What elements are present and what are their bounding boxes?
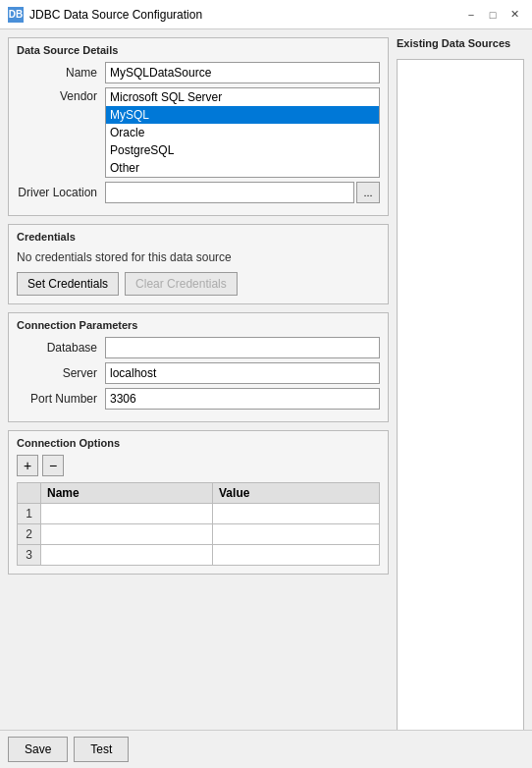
- row-3-value[interactable]: [213, 545, 380, 566]
- vendor-row: Vendor Microsoft SQL Server MySQL Oracle…: [17, 87, 380, 178]
- credentials-buttons: Set Credentials Clear Credentials: [17, 272, 380, 296]
- port-row: Port Number: [17, 388, 380, 410]
- connection-params-title: Connection Parameters: [17, 319, 380, 331]
- row-1-name[interactable]: [41, 504, 213, 524]
- left-panel: Data Source Details Name Vendor Microsof…: [8, 37, 389, 760]
- app-icon: DB: [8, 7, 24, 23]
- connection-options-section: Connection Options + − Name Value: [8, 430, 389, 575]
- driver-location-input[interactable]: [105, 182, 354, 203]
- database-input[interactable]: [105, 337, 380, 358]
- right-panel: Existing Data Sources Delete: [397, 37, 524, 760]
- remove-option-button[interactable]: −: [42, 455, 64, 476]
- save-button[interactable]: Save: [8, 737, 68, 762]
- database-label: Database: [17, 341, 105, 355]
- server-row: Server: [17, 362, 380, 384]
- vendor-label: Vendor: [17, 87, 105, 103]
- vendor-option-oracle[interactable]: Oracle: [106, 124, 379, 141]
- port-label: Port Number: [17, 392, 105, 406]
- table-row: 1: [18, 504, 380, 524]
- bottom-bar: Save Test: [0, 730, 532, 768]
- close-button[interactable]: ✕: [505, 5, 524, 25]
- title-bar: DB JDBC Data Source Configuration − □ ✕: [0, 0, 532, 29]
- main-wrapper: Data Source Details Name Vendor Microsof…: [0, 29, 532, 768]
- table-row: 2: [18, 524, 380, 545]
- options-col-name: Name: [41, 483, 213, 504]
- maximize-button[interactable]: □: [483, 5, 503, 25]
- set-credentials-button[interactable]: Set Credentials: [17, 272, 119, 296]
- driver-input-group: ...: [105, 182, 380, 203]
- connection-params-section: Connection Parameters Database Server Po…: [8, 312, 389, 422]
- port-input[interactable]: [105, 388, 380, 410]
- row-3-name[interactable]: [41, 545, 213, 566]
- test-button[interactable]: Test: [74, 737, 129, 762]
- database-row: Database: [17, 337, 380, 358]
- row-1-value[interactable]: [213, 504, 380, 524]
- options-table: Name Value 1 2: [17, 482, 380, 566]
- scrollable-area: Data Source Details Name Vendor Microsof…: [0, 29, 532, 768]
- browse-button[interactable]: ...: [356, 182, 380, 203]
- options-col-value: Value: [213, 483, 380, 504]
- existing-sources-title: Existing Data Sources: [397, 37, 524, 49]
- clear-credentials-button[interactable]: Clear Credentials: [125, 272, 238, 296]
- add-option-button[interactable]: +: [17, 455, 38, 476]
- existing-sources-list[interactable]: [397, 59, 524, 731]
- driver-location-label: Driver Location: [17, 186, 105, 199]
- name-label: Name: [17, 66, 105, 80]
- vendor-option-postgresql[interactable]: PostgreSQL: [106, 141, 379, 159]
- name-input[interactable]: [105, 62, 380, 83]
- options-col-num: [18, 483, 41, 504]
- driver-location-row: Driver Location ...: [17, 182, 380, 203]
- connection-options-title: Connection Options: [17, 437, 380, 449]
- options-table-header: Name Value: [18, 483, 380, 504]
- app-icon-text: DB: [9, 9, 23, 20]
- conn-options-toolbar: + −: [17, 455, 380, 476]
- data-source-section: Data Source Details Name Vendor Microsof…: [8, 37, 389, 216]
- vendor-dropdown[interactable]: Microsoft SQL Server MySQL Oracle Postgr…: [105, 87, 380, 178]
- vendor-option-other[interactable]: Other: [106, 159, 379, 177]
- data-source-title: Data Source Details: [17, 44, 380, 56]
- minimize-button[interactable]: −: [461, 5, 481, 25]
- window-controls: − □ ✕: [461, 5, 524, 25]
- server-input[interactable]: [105, 362, 380, 384]
- main-content: Data Source Details Name Vendor Microsof…: [0, 29, 532, 768]
- server-label: Server: [17, 366, 105, 380]
- credentials-message: No credentials stored for this data sour…: [17, 248, 380, 266]
- window-title: JDBC Data Source Configuration: [29, 8, 455, 22]
- credentials-section: Credentials No credentials stored for th…: [8, 224, 389, 304]
- row-num-1: 1: [18, 504, 41, 524]
- credentials-title: Credentials: [17, 231, 380, 243]
- name-row: Name: [17, 62, 380, 83]
- vendor-option-mysql[interactable]: MySQL: [106, 106, 379, 124]
- row-num-2: 2: [18, 524, 41, 545]
- row-2-name[interactable]: [41, 524, 213, 545]
- table-row: 3: [18, 545, 380, 566]
- row-2-value[interactable]: [213, 524, 380, 545]
- row-num-3: 3: [18, 545, 41, 566]
- vendor-option-mssql[interactable]: Microsoft SQL Server: [106, 88, 379, 106]
